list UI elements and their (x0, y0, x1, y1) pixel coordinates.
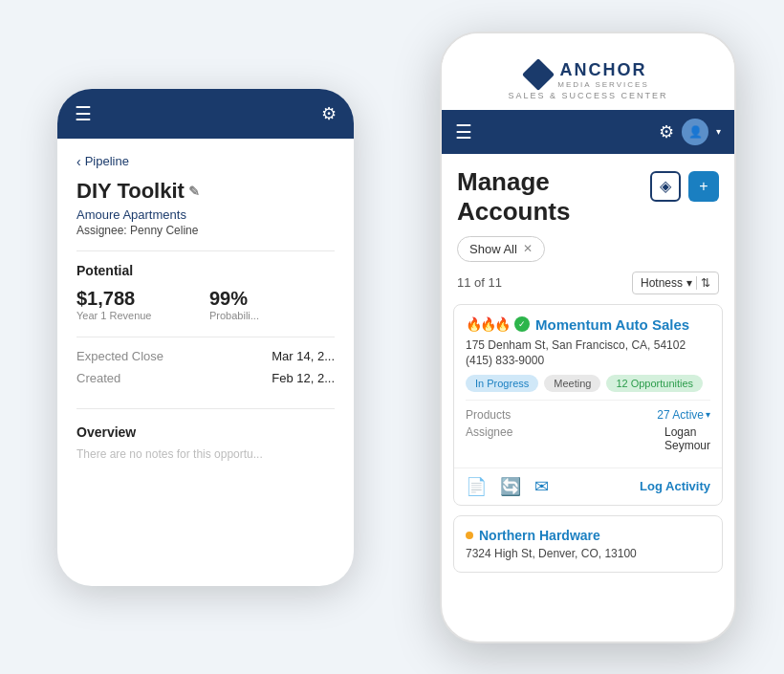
orange-dot-icon (466, 532, 473, 539)
refresh-icon[interactable]: 🔄 (500, 476, 521, 497)
hamburger-icon[interactable]: ☰ (75, 102, 92, 125)
topbar-right: ⚙ 👤 ▾ (659, 119, 721, 145)
account-1-name[interactable]: Momentum Auto Sales (535, 316, 689, 333)
compass-button[interactable]: ◈ (650, 171, 681, 202)
account-2-address: 7324 High St, Denver, CO, 13100 (466, 547, 710, 560)
back-content: ‹ Pipeline DIY Toolkit ✎ Amoure Apartmen… (57, 139, 354, 408)
account-card-1: 🔥🔥🔥 ✓ Momentum Auto Sales 175 Denham St,… (453, 304, 723, 506)
filter-pill[interactable]: Show All ✕ (457, 236, 545, 262)
scene: ☰ ⚙ ‹ Pipeline DIY Toolkit ✎ Amoure Apar… (29, 32, 755, 643)
sort-bar: 11 of 11 Hotness ▾ ⇅ (442, 272, 734, 304)
potential-title: Potential (76, 263, 335, 278)
page-title: Manage Accounts (457, 167, 570, 227)
gear-icon[interactable]: ⚙ (321, 103, 337, 124)
account-2-name[interactable]: Northern Hardware (466, 528, 710, 543)
action-icons: 📄 🔄 ✉ (466, 476, 549, 497)
filter-bar: Show All ✕ (442, 236, 734, 272)
created-value: Feb 12, 2... (272, 371, 335, 385)
account-1-address: 175 Denham St, San Francisco, CA, 54102 (466, 338, 710, 352)
front-gear-icon[interactable]: ⚙ (659, 121, 674, 142)
brand-name: ANCHOR (557, 60, 648, 80)
potential-grid: $1,788 Year 1 Revenue 99% Probabili... (76, 288, 335, 321)
sort-up-icon: ⇅ (696, 276, 710, 290)
assignee-row: Assignee LoganSeymour (466, 425, 710, 452)
assignee-value: LoganSeymour (664, 425, 710, 452)
sort-arrow-icon: ▾ (686, 276, 692, 290)
created-row: Created Feb 12, 2... (76, 371, 335, 385)
front-phone: ANCHOR MEDIA SERVICES SALES & SUCCESS CE… (440, 32, 736, 643)
back-arrow-icon: ‹ (76, 154, 81, 169)
tag-meeting[interactable]: Meeting (544, 375, 600, 392)
revenue-label: Year 1 Revenue (76, 310, 202, 321)
expected-close-label: Expected Close (76, 349, 163, 363)
front-topbar: ☰ ⚙ 👤 ▾ (442, 110, 734, 154)
overview-note: There are no notes for this opportu... (76, 447, 335, 461)
verified-check-icon: ✓ (514, 316, 530, 332)
products-caret-icon: ▾ (706, 409, 710, 420)
products-row: Products 27 Active ▾ (466, 408, 710, 422)
assignee-label: Assignee (466, 425, 512, 452)
revenue-value: $1,788 (76, 288, 202, 310)
account-1-details: Products 27 Active ▾ Assignee LoganSeymo… (466, 400, 710, 452)
record-title: DIY Toolkit ✎ (76, 179, 335, 204)
expected-close-row: Expected Close Mar 14, 2... (76, 349, 335, 363)
sort-count: 11 of 11 (457, 275, 502, 290)
tag-in-progress[interactable]: In Progress (466, 375, 538, 392)
sort-label: Hotness (641, 276, 683, 290)
brand-subtitle: MEDIA SERVICES (557, 80, 648, 89)
probability-item: 99% Probabili... (209, 288, 335, 321)
brand-logo: ANCHOR MEDIA SERVICES (442, 60, 734, 89)
revenue-item: $1,788 Year 1 Revenue (76, 288, 202, 321)
expected-close-value: Mar 14, 2... (272, 349, 335, 363)
record-meta: Assignee: Penny Celine (76, 224, 335, 237)
avatar[interactable]: 👤 (682, 119, 708, 145)
products-label: Products (466, 408, 511, 422)
account-1-top: 🔥🔥🔥 ✓ Momentum Auto Sales (466, 316, 710, 333)
account-card-1-inner: 🔥🔥🔥 ✓ Momentum Auto Sales 175 Denham St,… (454, 305, 722, 467)
account-1-phone[interactable]: (415) 833-9000 (466, 354, 710, 367)
filter-clear-icon[interactable]: ✕ (523, 242, 533, 255)
fire-icons: 🔥🔥🔥 (466, 316, 509, 332)
manage-header: Manage Accounts ◈ + (442, 154, 734, 236)
manage-actions: ◈ + (650, 171, 719, 202)
tag-opportunities[interactable]: 12 Opportunities (606, 375, 703, 392)
brand-diamond-icon (522, 58, 555, 91)
avatar-dropdown-icon[interactable]: ▾ (716, 126, 721, 137)
front-hamburger-icon[interactable]: ☰ (455, 120, 472, 143)
log-activity-button[interactable]: Log Activity (640, 479, 710, 493)
filter-label: Show All (469, 242, 517, 256)
probability-value: 99% (209, 288, 335, 310)
account-1-tags: In Progress Meeting 12 Opportunities (466, 375, 710, 392)
phone-notch (550, 33, 626, 54)
edit-pencil-icon[interactable]: ✎ (188, 184, 200, 199)
add-account-button[interactable]: + (688, 171, 719, 202)
email-icon[interactable]: ✉ (534, 476, 549, 497)
document-icon[interactable]: 📄 (466, 476, 487, 497)
back-topbar: ☰ ⚙ (57, 89, 354, 139)
overview-title: Overview (76, 424, 335, 440)
probability-label: Probabili... (209, 310, 335, 321)
account-1-action-bar: 📄 🔄 ✉ Log Activity (454, 467, 722, 505)
back-phone: ☰ ⚙ ‹ Pipeline DIY Toolkit ✎ Amoure Apar… (57, 89, 354, 586)
account-card-2: Northern Hardware 7324 High St, Denver, … (453, 515, 723, 573)
overview-section: Overview There are no notes for this opp… (57, 409, 354, 476)
created-label: Created (76, 371, 120, 385)
products-value[interactable]: 27 Active ▾ (657, 408, 710, 422)
sort-select[interactable]: Hotness ▾ ⇅ (632, 272, 719, 294)
breadcrumb-label: Pipeline (85, 154, 129, 168)
brand-tagline: SALES & SUCCESS CENTER (442, 91, 734, 100)
record-subtitle[interactable]: Amoure Apartments (76, 207, 335, 222)
breadcrumb[interactable]: ‹ Pipeline (76, 154, 335, 169)
